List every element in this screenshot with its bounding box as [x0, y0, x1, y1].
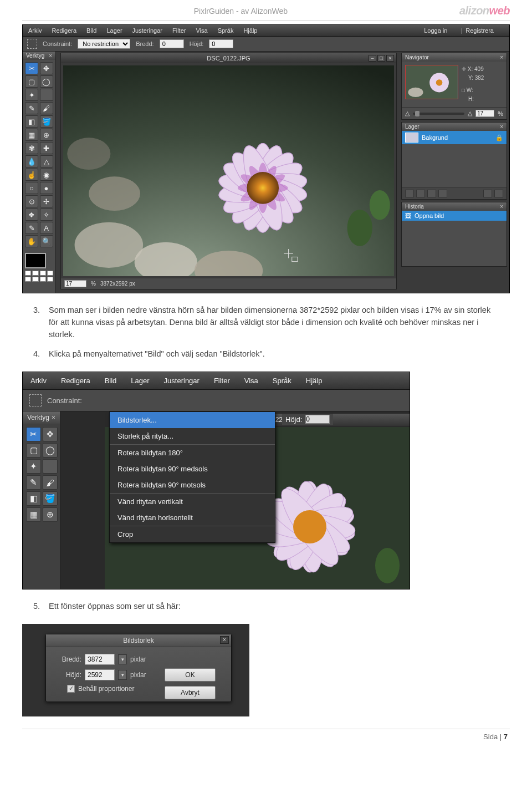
type-tool[interactable]: A: [40, 222, 53, 234]
bloat-tool[interactable]: ❖: [25, 209, 38, 221]
close-icon[interactable]: ×: [49, 53, 52, 59]
menu-hjalp[interactable]: Hjälp: [243, 27, 257, 34]
wand-tool[interactable]: ✦: [25, 89, 38, 101]
new-layer-icon[interactable]: [405, 190, 414, 197]
layer-up-icon[interactable]: [427, 190, 436, 197]
sharpen-tool[interactable]: △: [40, 155, 53, 167]
burn-tool[interactable]: ●: [40, 182, 53, 194]
heal-tool[interactable]: ✚: [40, 142, 53, 154]
menu-redigera[interactable]: Redigera: [52, 27, 76, 34]
menu-arkiv[interactable]: Arkiv: [30, 377, 47, 385]
brush-tool[interactable]: 🖌: [43, 475, 58, 490]
zoom-out-icon[interactable]: △: [405, 110, 410, 117]
menu-hjalp[interactable]: Hjälp: [306, 377, 323, 385]
zoom-tool[interactable]: 🔍: [40, 235, 53, 247]
pencil-tool[interactable]: ✎: [26, 475, 41, 490]
zoom-slider[interactable]: [413, 113, 464, 115]
width-input[interactable]: [85, 654, 115, 665]
menu-item-canvas-size[interactable]: Storlek på rityta...: [110, 428, 275, 444]
menu-lager[interactable]: Lager: [106, 27, 122, 34]
brush-tool[interactable]: 🖌: [40, 102, 53, 114]
menu-item-flip-v[interactable]: Vänd ritytan vertikalt: [110, 494, 275, 510]
menu-item-crop[interactable]: Crop: [110, 526, 275, 542]
move-tool[interactable]: ✥: [40, 62, 53, 74]
menu-item-rotate-ccw[interactable]: Rotera bildytan 90° motsols: [110, 477, 275, 493]
pencil-tool[interactable]: ✎: [25, 102, 38, 114]
menu-justeringar[interactable]: Justeringar: [132, 27, 162, 34]
minimize-icon[interactable]: –: [369, 55, 376, 62]
zoom-in-icon[interactable]: △: [468, 110, 472, 117]
close-icon[interactable]: ×: [500, 204, 503, 210]
redeye-tool[interactable]: ⊙: [25, 195, 38, 207]
constrain-checkbox[interactable]: ✓: [67, 685, 75, 693]
zoom-input[interactable]: [64, 280, 86, 287]
lasso-tool[interactable]: ◯: [40, 75, 53, 88]
menu-visa[interactable]: Visa: [196, 27, 207, 34]
nav-zoom-input[interactable]: [475, 110, 494, 117]
menu-item-rotate-cw[interactable]: Rotera bildytan 90° medsols: [110, 461, 275, 477]
menu-filter[interactable]: Filter: [214, 377, 230, 385]
menu-redigera[interactable]: Redigera: [61, 377, 90, 385]
layer-down-icon[interactable]: [438, 190, 447, 197]
close-icon[interactable]: ×: [52, 414, 55, 421]
menu-sprak[interactable]: Språk: [218, 27, 234, 34]
canvas[interactable]: [63, 65, 394, 276]
history-row[interactable]: 🖼 Öppna bild: [402, 211, 507, 221]
gradient-tool[interactable]: ▦: [25, 129, 38, 141]
smudge-tool[interactable]: ☝: [25, 169, 38, 181]
eyedrop-tool[interactable]: ✎: [25, 222, 38, 234]
lock-icon[interactable]: 🔒: [495, 134, 503, 141]
marquee-tool[interactable]: ▢: [26, 443, 41, 458]
marquee-tool[interactable]: ▢: [25, 75, 38, 88]
layer-row[interactable]: Bakgrund 🔒: [402, 131, 507, 144]
pinch-tool[interactable]: ✧: [40, 209, 53, 221]
hojd-input[interactable]: [209, 39, 233, 48]
wand-tool[interactable]: ✦: [26, 459, 41, 474]
delete-layer-icon[interactable]: [494, 190, 503, 197]
menu-bild[interactable]: Bild: [86, 27, 96, 34]
chevron-down-icon[interactable]: ▾: [118, 670, 127, 680]
stamp-tool[interactable]: ✾: [25, 142, 38, 154]
close-icon[interactable]: ×: [500, 124, 503, 130]
clone-tool[interactable]: ⊕: [40, 129, 53, 141]
menu-lager[interactable]: Lager: [131, 377, 149, 385]
menu-item-rotate-180[interactable]: Rotera bildytan 180°: [110, 445, 275, 461]
close-icon[interactable]: ×: [220, 636, 229, 644]
bucket-tool[interactable]: 🪣: [43, 491, 58, 506]
menu-login[interactable]: Logga in: [424, 27, 447, 34]
lasso-tool[interactable]: ◯: [43, 443, 58, 458]
clone-tool[interactable]: ⊕: [43, 507, 58, 522]
blur-tool[interactable]: 💧: [25, 155, 38, 167]
sponge-tool[interactable]: ◉: [40, 169, 53, 181]
foreground-color[interactable]: [25, 253, 46, 268]
chevron-down-icon[interactable]: ▾: [118, 654, 127, 664]
maximize-icon[interactable]: □: [377, 55, 385, 62]
menu-justeringar[interactable]: Justeringar: [164, 377, 200, 385]
gradient-tool[interactable]: ▦: [26, 507, 41, 522]
crop-tool[interactable]: ✂: [25, 62, 38, 74]
tool[interactable]: [40, 89, 53, 101]
menu-sprak[interactable]: Språk: [273, 377, 291, 385]
menu-register[interactable]: Registrera: [466, 27, 494, 34]
navigator-thumbnail[interactable]: [405, 65, 458, 99]
bredd-input[interactable]: [160, 39, 184, 48]
ok-button[interactable]: OK: [165, 668, 216, 682]
crop-tool[interactable]: ✂: [26, 427, 41, 441]
cancel-button[interactable]: Avbryt: [165, 686, 216, 699]
hojd-input[interactable]: [305, 415, 330, 424]
move-tool[interactable]: ✥: [43, 427, 58, 441]
layer-settings-icon[interactable]: [483, 190, 492, 197]
menu-bild[interactable]: Bild: [105, 377, 117, 385]
dodge-tool[interactable]: ○: [25, 182, 38, 194]
menu-filter[interactable]: Filter: [172, 27, 186, 34]
eraser-tool[interactable]: ◧: [25, 115, 38, 128]
menu-item-flip-h[interactable]: Vänd ritytan horisontellt: [110, 510, 275, 526]
hand-tool[interactable]: ✋: [25, 235, 38, 247]
close-icon[interactable]: ×: [386, 55, 394, 62]
tool[interactable]: [43, 459, 58, 474]
height-input[interactable]: [85, 669, 115, 680]
menu-visa[interactable]: Visa: [244, 377, 258, 385]
dup-layer-icon[interactable]: [416, 190, 425, 197]
constraint-select[interactable]: No restriction: [78, 39, 130, 49]
bucket-tool[interactable]: 🪣: [40, 115, 53, 128]
